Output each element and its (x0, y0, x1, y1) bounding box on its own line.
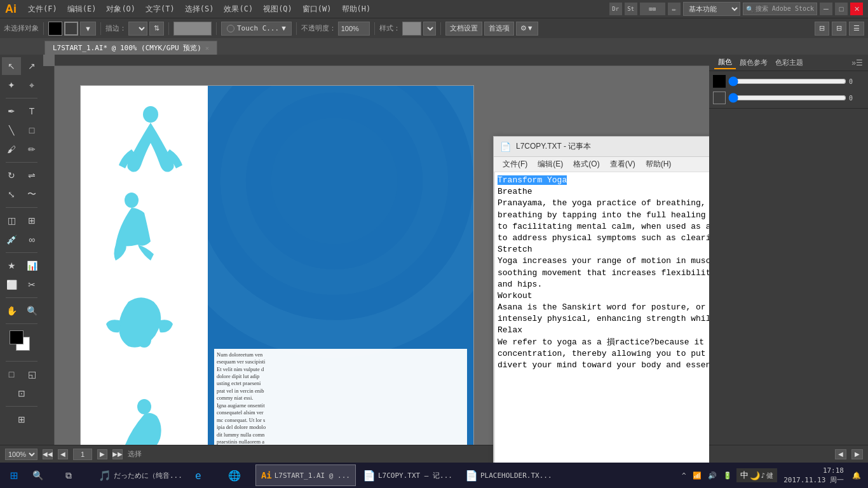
workspace-select[interactable]: 基本功能 (683, 2, 740, 16)
rect-tool[interactable]: □ (22, 121, 41, 139)
menu-file[interactable]: 文件(F) (23, 3, 62, 16)
notepad-menu-help[interactable]: 帮助(H) (641, 158, 677, 171)
fill-color[interactable] (10, 330, 24, 344)
style-dropdown[interactable]: ▼ (423, 22, 436, 36)
align-left-btn[interactable]: ⊟ (815, 22, 829, 36)
pen-btn[interactable]: ✏ (668, 3, 681, 15)
touch-badge[interactable]: Touch C... ▼ (221, 22, 292, 36)
menu-window[interactable]: 窗口(W) (297, 3, 337, 16)
color-stroke-swatch[interactable] (713, 92, 726, 104)
artboard-prev-btn[interactable]: ◀ (835, 449, 846, 459)
menu-view[interactable]: 视图(Q) (258, 3, 297, 16)
next-page-btn[interactable]: ▶▶ (112, 449, 123, 459)
doc-tab-active[interactable]: L7START_1.AI* @ 100% (CMYK/GPU 预览) ✕ (44, 41, 217, 55)
align-right-btn[interactable]: ⊟ (832, 22, 846, 36)
page-number-input[interactable] (73, 449, 92, 460)
hand-tool[interactable]: ✋ (2, 302, 21, 320)
panel-tab-color[interactable]: 颜色 (714, 56, 736, 69)
panel-tab-color-ref[interactable]: 颜色参考 (736, 57, 771, 69)
close-btn[interactable]: ✕ (850, 3, 863, 15)
selection-tool[interactable]: ↖ (2, 57, 21, 75)
symbol-tool[interactable]: ★ (2, 257, 21, 274)
menu-select[interactable]: 选择(S) (180, 3, 219, 16)
zoom-tool[interactable]: 🔍 (22, 302, 41, 320)
extra-btn[interactable]: ⚙▼ (516, 22, 538, 36)
lasso-tool[interactable]: ⌖ (22, 76, 41, 94)
notepad-text-area[interactable]: Transform Yoga Breathe Pranayama, the yo… (494, 172, 709, 466)
line-tool[interactable]: ╲ (2, 121, 21, 139)
tray-battery-icon[interactable]: 🔋 (721, 470, 734, 481)
minimize-btn[interactable]: ─ (820, 3, 832, 15)
extension-btn1[interactable]: Dr (609, 3, 622, 15)
doc-tab-close[interactable]: ✕ (205, 44, 209, 51)
ime-chinese-label[interactable]: 中 (740, 470, 749, 481)
color-g-slider[interactable] (728, 95, 846, 101)
type-tool[interactable]: T (22, 102, 41, 120)
blend-tool[interactable]: ∞ (22, 231, 41, 248)
toolbar-menu-btn[interactable]: ☰ (849, 22, 864, 36)
tray-network-icon[interactable]: 📶 (691, 470, 703, 481)
opacity-input[interactable] (338, 22, 370, 36)
taskbar-item-ai[interactable]: Ai L7START_1.AI @ ... (255, 464, 356, 486)
taskbar-item-placeholder[interactable]: 📄 PLACEHOLDER.TX... (459, 464, 558, 486)
slice-tool[interactable]: ✂ (22, 276, 41, 294)
taskbar-item-ie[interactable]: e (189, 464, 221, 486)
taskbar-item-browser2[interactable]: 🌐 (222, 464, 254, 486)
menu-text[interactable]: 文字(T) (140, 3, 180, 16)
stroke-arrow-btn[interactable]: ▼ (80, 22, 96, 36)
color-fill-swatch[interactable] (713, 75, 726, 88)
notepad-menu-file[interactable]: 文件(F) (498, 158, 532, 171)
artboard-next-btn[interactable]: ▶ (851, 449, 863, 459)
gradient-tool[interactable]: ◫ (2, 212, 21, 229)
stroke-swap-btn[interactable]: ⇅ (149, 22, 164, 36)
column-graph-tool[interactable]: 📊 (22, 257, 41, 274)
paintbrush-tool[interactable]: 🖌 (2, 140, 21, 158)
artboard-tool[interactable]: ⬜ (2, 276, 21, 294)
behind-mode[interactable]: ◱ (22, 365, 41, 383)
doc-settings-btn[interactable]: 文档设置 (445, 22, 482, 36)
prev-page-btn[interactable]: ◀◀ (43, 449, 53, 459)
warp-tool[interactable]: 〜 (22, 186, 41, 203)
preferences-btn[interactable]: 首选项 (484, 22, 514, 36)
fill-color-box[interactable] (48, 22, 62, 36)
tray-notification-icon[interactable]: 🔔 (850, 470, 863, 481)
step-next-btn[interactable]: ▶ (97, 449, 107, 459)
scale-tool[interactable]: ⤡ (2, 186, 21, 203)
panel-menu-btn[interactable]: ☰ (856, 58, 863, 67)
menu-effect[interactable]: 效果(C) (219, 3, 258, 16)
menu-edit[interactable]: 编辑(E) (62, 3, 102, 16)
search-bar[interactable]: 🔍 搜索 Adobe Stock (743, 3, 817, 15)
pencil-tool[interactable]: ✏ (22, 140, 41, 158)
notepad-menu-edit[interactable]: 编辑(E) (532, 158, 568, 171)
menu-help[interactable]: 帮助(H) (337, 3, 376, 16)
taskbar-item-music[interactable]: 🎵 だっために（纯音... (93, 464, 188, 486)
pen-tool[interactable]: ✒ (2, 102, 21, 120)
normal-mode[interactable]: □ (2, 365, 21, 383)
taskbar-search[interactable]: 🔍 (27, 464, 58, 486)
tray-volume-icon[interactable]: 🔊 (706, 470, 719, 481)
style-swatch[interactable] (402, 22, 421, 36)
start-button[interactable]: ⊞ (3, 464, 25, 487)
panel-tab-color-theme[interactable]: 色彩主题 (771, 57, 807, 69)
taskbar-task-view[interactable]: ⧉ (60, 464, 92, 486)
reflect-tool[interactable]: ⇌ (22, 166, 41, 184)
panel-expand-btn[interactable]: » (851, 58, 856, 67)
canvas-area[interactable]: Num doloreetum ven esequam ver suscipist… (43, 55, 709, 470)
taskbar-item-notepad[interactable]: 📄 L7COPY.TXT – 记... (357, 464, 458, 486)
magic-wand-tool[interactable]: ✦ (2, 76, 21, 94)
rotate-tool[interactable]: ↻ (2, 166, 21, 184)
stroke-width-select[interactable]: ─ (128, 22, 147, 36)
color-swatch[interactable] (173, 22, 212, 36)
stroke-color-box[interactable] (64, 22, 78, 36)
extension-btn2[interactable]: St (625, 3, 637, 15)
canvas-content[interactable]: Num doloreetum ven esequam ver suscipist… (55, 66, 709, 470)
step-prev-btn[interactable]: ◀ (58, 449, 68, 459)
mesh-tool[interactable]: ⊞ (22, 212, 41, 229)
grid-btn[interactable]: ⊞⊞ (640, 3, 665, 15)
eyedropper-tool[interactable]: 💉 (2, 231, 21, 248)
notepad-menu-view[interactable]: 查看(V) (605, 158, 641, 171)
tray-up-arrow[interactable]: ^ (680, 470, 688, 481)
maximize-btn[interactable]: □ (835, 3, 848, 15)
menu-object[interactable]: 对象(O) (101, 3, 140, 16)
color-r-slider[interactable] (728, 78, 846, 85)
